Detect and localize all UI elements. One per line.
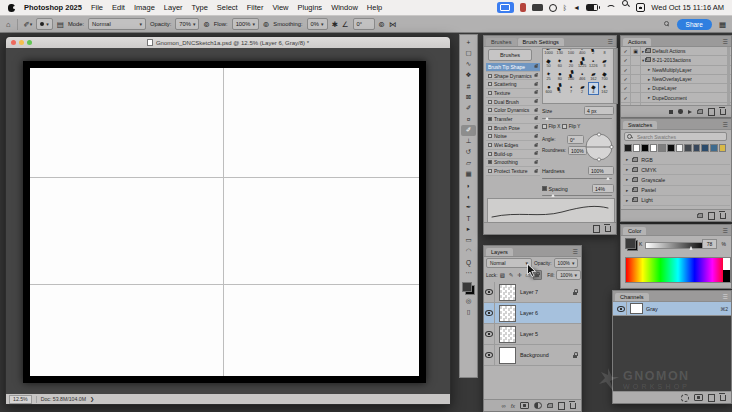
tab-layers[interactable]: Layers — [486, 248, 513, 257]
brush-tip-cell[interactable]: ✦162 — [599, 82, 610, 95]
adjustment-layer-icon[interactable] — [534, 402, 542, 410]
color-swatch[interactable] — [650, 144, 658, 152]
flip-x-checkbox[interactable] — [542, 124, 547, 129]
frame-tool[interactable]: ⊠ — [461, 92, 476, 103]
foreground-background-colors[interactable] — [625, 238, 638, 251]
action-dialog-toggle[interactable] — [631, 66, 641, 74]
quick-mask-icon[interactable]: ◎ — [461, 296, 476, 307]
pressure-opacity-icon[interactable]: ⊚ — [203, 20, 209, 29]
search-swatches-input[interactable] — [635, 133, 724, 141]
smoothing-select[interactable]: 0%▾ — [307, 18, 328, 30]
brush-preset-picker[interactable]: ▾ — [36, 18, 53, 30]
menu-help[interactable]: Help — [367, 3, 382, 12]
brush-tip-cell[interactable]: ▪7 — [565, 82, 576, 95]
opacity-select[interactable]: 70%▾ — [175, 18, 199, 30]
panel-menu-icon[interactable]: ☰ — [723, 121, 728, 128]
lock-icon[interactable] — [534, 66, 537, 68]
apple-menu-icon[interactable] — [8, 4, 15, 12]
layer-fill-select[interactable]: 100%▾ — [556, 270, 581, 280]
dodge-tool[interactable]: ◖ — [461, 191, 476, 202]
new-channel-icon[interactable] — [708, 394, 715, 402]
brush-tip-cell[interactable]: ●20 — [565, 56, 576, 69]
menu-filter[interactable]: Filter — [247, 3, 264, 12]
path-selection-tool[interactable]: ▸ — [461, 224, 476, 235]
delete-swatch-icon[interactable] — [720, 213, 727, 219]
brush-setting-protect-texture[interactable]: Protect Texture — [486, 167, 540, 176]
layer-row[interactable]: Layer 6 — [484, 303, 581, 324]
brush-tip-cell[interactable]: ●80 — [554, 69, 565, 82]
lock-icon[interactable] — [534, 74, 537, 76]
action-dialog-toggle[interactable] — [631, 93, 641, 101]
color-swatch[interactable] — [658, 144, 666, 152]
visibility-toggle[interactable] — [484, 345, 495, 365]
search-icon[interactable] — [664, 21, 670, 27]
workspace-switcher-icon[interactable]: ▦ — [719, 20, 726, 29]
hand-tool[interactable]: ◠ — [461, 246, 476, 257]
brush-setting-build-up[interactable]: Build-up — [486, 150, 540, 159]
setting-checkbox[interactable] — [488, 160, 492, 164]
action-check-icon[interactable]: ✓ — [621, 56, 631, 64]
zoom-tool[interactable]: Q — [461, 257, 476, 268]
expand-arrow-icon[interactable]: ▾ — [642, 58, 644, 63]
brush-tip-cell[interactable]: ✦60 — [554, 56, 565, 69]
visibility-toggle[interactable] — [484, 324, 495, 344]
black-white-ramp[interactable] — [723, 258, 730, 282]
brushes-button[interactable]: Brushes — [488, 49, 532, 61]
color-swatch[interactable] — [701, 144, 709, 152]
menu-plugins[interactable]: Plugins — [298, 3, 323, 12]
swatches-search-box[interactable] — [624, 132, 727, 141]
layer-style-icon[interactable]: fx — [511, 403, 515, 409]
expand-arrow-icon[interactable]: ▸ — [626, 177, 628, 182]
share-button[interactable]: Share — [677, 19, 712, 30]
brush-tip-grid[interactable]: ▰1000◆130✦100●400▞2▪8◆50✦60●20▞1225▪1226… — [542, 48, 614, 104]
angle-field[interactable]: 0° — [567, 135, 584, 144]
tab-brush-settings[interactable]: Brush Settings — [518, 38, 564, 47]
brush-setting-noise[interactable]: Noise — [486, 133, 540, 142]
visibility-toggle[interactable] — [484, 282, 495, 302]
action-row[interactable]: ✓▾8-21-2013actions — [621, 56, 731, 65]
brush-tip-cell[interactable]: ▪466 — [577, 69, 588, 82]
brush-tip-cell[interactable]: ◆130 — [554, 48, 565, 56]
brush-tip-cell[interactable]: ▞2 — [588, 48, 599, 56]
brush-tip-cell[interactable]: ◆700 — [599, 69, 610, 82]
canvas[interactable] — [23, 61, 426, 383]
brush-setting-dual-brush[interactable]: Dual Brush — [486, 98, 540, 107]
brush-tip-cell[interactable]: ▰2 — [577, 82, 588, 95]
setting-checkbox[interactable] — [488, 108, 492, 112]
screen-mirroring-icon[interactable] — [497, 2, 514, 13]
menubar-clock[interactable]: Wed Oct 15 11:16 AM — [651, 3, 724, 12]
action-row[interactable]: ✓▸NewMultiplyLayer — [621, 66, 731, 75]
type-tool[interactable]: T — [461, 213, 476, 224]
toolbar-ellipsis[interactable]: ⋯ — [461, 268, 476, 279]
menu-file[interactable]: File — [91, 3, 103, 12]
swatch-group-light[interactable]: ▸Light — [623, 196, 730, 206]
expand-arrow-icon[interactable]: ▸ — [648, 86, 650, 91]
lock-pixels-icon[interactable]: ✎ — [507, 271, 514, 279]
expand-arrow-icon[interactable]: ▸ — [648, 95, 650, 100]
new-action-icon[interactable] — [708, 108, 715, 116]
home-icon[interactable]: ⌂ — [6, 20, 11, 29]
color-swatch[interactable] — [641, 144, 649, 152]
play-action-icon[interactable] — [688, 110, 692, 114]
layer-thumbnail[interactable] — [499, 326, 516, 343]
volume-icon[interactable]: ◄ — [573, 3, 580, 13]
record-action-icon[interactable] — [678, 109, 683, 114]
menu-edit[interactable]: Edit — [112, 3, 125, 12]
new-swatch-group-icon[interactable] — [697, 214, 703, 218]
foreground-color-swatch[interactable] — [625, 238, 636, 249]
document-titlebar[interactable]: Gnomon_DNCSketch1a.psd @ 12.5% (Layer 6,… — [6, 37, 450, 48]
action-dialog-toggle[interactable]: ▣ — [631, 47, 641, 55]
battery-icon[interactable] — [586, 3, 601, 13]
action-dialog-toggle[interactable] — [631, 75, 641, 83]
delete-channel-icon[interactable] — [720, 395, 727, 401]
action-check-icon[interactable]: ✓ — [621, 47, 631, 55]
brush-tip-cell[interactable]: ▪1226 — [588, 56, 599, 69]
load-selection-icon[interactable] — [681, 394, 689, 402]
new-group-icon[interactable] — [547, 404, 553, 408]
search-icon[interactable] — [622, 3, 630, 13]
app-menu-title[interactable]: Photoshop 2025 — [24, 3, 82, 12]
size-value-field[interactable]: 4 px — [584, 106, 614, 115]
layer-thumbnail[interactable] — [499, 284, 516, 301]
action-check-icon[interactable]: ✓ — [621, 75, 631, 83]
color-swatch[interactable] — [676, 144, 684, 152]
